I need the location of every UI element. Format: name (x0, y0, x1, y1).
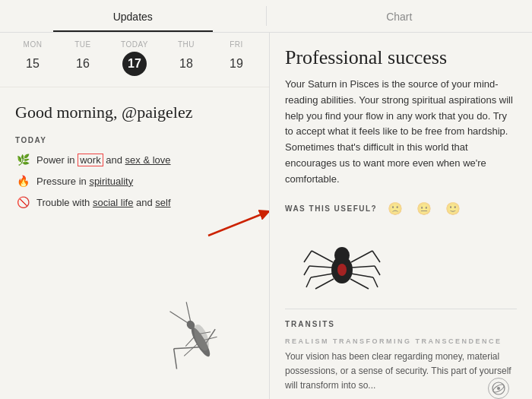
day-thu-label: THU (178, 40, 195, 49)
today-item-power: 🌿 Power in work and sex & love (15, 152, 254, 167)
svg-line-7 (167, 349, 183, 369)
left-content: Good morning, @paigelez TODAY 🌿 Power in… (0, 87, 269, 399)
svg-line-4 (170, 306, 188, 328)
svg-line-1 (208, 213, 265, 236)
day-fri-label: FRI (230, 40, 243, 49)
day-mon-label: MON (24, 40, 43, 49)
spider-illustration (285, 228, 517, 296)
svg-line-26 (375, 266, 380, 275)
svg-line-28 (373, 277, 378, 287)
svg-line-5 (181, 302, 195, 321)
svg-line-16 (312, 251, 333, 262)
day-mon-num: 15 (21, 52, 45, 76)
useful-label: WAS THIS USEFUL? (285, 204, 377, 213)
svg-line-27 (351, 274, 373, 277)
emoji-happy[interactable]: 🙂 (442, 200, 464, 217)
day-tue-label: TUE (74, 40, 91, 49)
emoji-neutral[interactable]: 😐 (413, 200, 435, 217)
self-link[interactable]: self (155, 197, 170, 208)
day-fri[interactable]: FRI 19 (224, 40, 249, 76)
day-today-num: 17 (122, 52, 147, 76)
day-tue[interactable]: TUE 16 (71, 40, 95, 76)
work-link[interactable]: work (78, 154, 103, 166)
section-title: Professional success (285, 46, 517, 69)
section-body: Your Saturn in Pisces is the source of y… (285, 77, 517, 188)
transit-body: Your vision has been clear regarding mon… (285, 350, 517, 394)
svg-line-9 (182, 344, 199, 356)
svg-line-18 (309, 266, 332, 268)
svg-line-23 (351, 251, 372, 262)
power-text: Power in work and sex & love (36, 154, 171, 166)
social-life-link[interactable]: social life (93, 197, 133, 208)
pressure-icon: 🔥 (15, 173, 30, 188)
day-mon[interactable]: MON 15 (21, 40, 45, 76)
right-panel: Professional success Your Saturn in Pisc… (270, 33, 532, 399)
left-bug-illustration (155, 293, 246, 391)
transits-section: TRANSITS REALISM TRANSFORMING TRANSCENDE… (285, 309, 517, 399)
spider-svg (300, 228, 384, 296)
spirituality-link[interactable]: spirituality (89, 176, 133, 187)
trouble-text: Trouble with social life and self (36, 197, 171, 208)
transit-subtitle: REALISM TRANSFORMING TRANSCENDENCE (285, 337, 517, 345)
today-label: TODAY (15, 136, 254, 144)
week-strip: MON 15 TUE 16 TODAY 17 THU 18 FRI 19 (0, 33, 269, 87)
transits-title: TRANSITS (285, 320, 517, 328)
svg-point-33 (497, 387, 500, 390)
svg-line-24 (372, 251, 380, 262)
power-icon: 🌿 (15, 152, 30, 167)
svg-point-30 (337, 264, 347, 276)
day-tue-num: 16 (71, 52, 95, 76)
tab-bar: Updates Chart (0, 0, 532, 33)
today-items: 🌿 Power in work and sex & love 🔥 Pressur… (15, 152, 254, 210)
orbit-icon[interactable] (488, 378, 509, 399)
tab-chart[interactable]: Chart (267, 0, 533, 32)
grasshopper-svg (166, 296, 235, 388)
svg-line-21 (306, 277, 311, 287)
day-fri-num: 19 (224, 52, 249, 76)
svg-point-15 (334, 247, 350, 264)
svg-line-22 (315, 279, 334, 289)
svg-line-17 (304, 251, 312, 262)
day-today[interactable]: TODAY 17 (121, 40, 148, 76)
day-thu[interactable]: THU 18 (174, 40, 198, 76)
tab-updates[interactable]: Updates (0, 0, 266, 32)
sex-love-link[interactable]: sex & love (125, 154, 171, 166)
today-item-pressure: 🔥 Pressure in spirituality (15, 173, 254, 188)
trouble-icon: 🚫 (15, 195, 30, 210)
svg-line-20 (311, 274, 333, 277)
day-thu-num: 18 (174, 52, 198, 76)
useful-row: WAS THIS USEFUL? 🙁 😐 🙂 (285, 200, 517, 217)
left-panel: MON 15 TUE 16 TODAY 17 THU 18 FRI 19 Goo… (0, 33, 270, 399)
arrow-container (204, 205, 269, 246)
main-layout: MON 15 TUE 16 TODAY 17 THU 18 FRI 19 Goo… (0, 33, 532, 399)
greeting: Good morning, @paigelez (15, 103, 254, 122)
emoji-sad[interactable]: 🙁 (385, 200, 406, 217)
day-today-label: TODAY (121, 40, 148, 49)
arrow-icon (204, 205, 269, 243)
svg-line-29 (350, 279, 369, 289)
svg-line-19 (304, 266, 309, 275)
pressure-text: Pressure in spirituality (36, 176, 133, 187)
svg-line-25 (352, 266, 375, 268)
